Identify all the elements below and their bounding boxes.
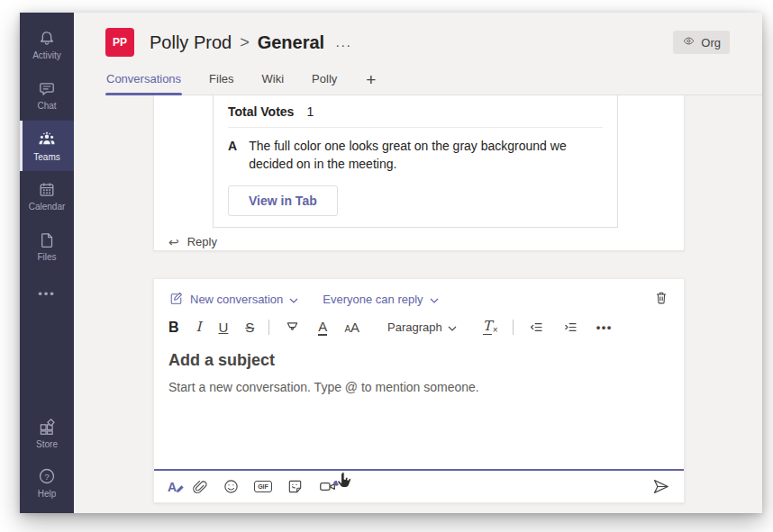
message-input[interactable]: Start a new conversation. Type @ to ment… [168,380,669,394]
channel-header: PP Polly Prod > General ··· Org [74,13,762,57]
teams-app-window: Activity Chat Teams Calendar Files ••• S… [20,13,762,513]
org-badge[interactable]: Org [673,31,730,54]
chevron-down-icon [448,320,457,334]
sidebar-item-activity[interactable]: Activity [20,20,74,70]
comment-row: A The full color one looks great on the … [228,137,603,174]
org-badge-label: Org [701,36,721,50]
view-in-tab-button[interactable]: View in Tab [228,185,338,216]
sidebar-item-label: Activity [32,50,61,60]
clear-formatting-button[interactable]: T× [483,320,498,335]
conversation-content: Total Votes 1 A The full color one looks… [74,95,762,513]
sidebar-more-button[interactable]: ••• [20,275,74,311]
tab-wiki[interactable]: Wiki [261,68,286,95]
reply-arrow-icon: ↩ [168,235,179,249]
font-color-button[interactable]: A [318,320,327,336]
comment-text: The full color one looks great on the gr… [249,137,603,174]
attach-icon[interactable] [191,478,208,495]
team-name: Polly Prod [150,32,232,53]
app-rail: Activity Chat Teams Calendar Files ••• S… [20,13,74,513]
highlighter-button[interactable] [284,319,301,336]
discard-draft-button[interactable] [653,290,669,309]
total-votes-value: 1 [306,104,314,119]
subject-input[interactable]: Add a subject [168,351,669,370]
channel-more-button[interactable]: ··· [335,33,351,52]
main-panel: PP Polly Prod > General ··· Org Conversa… [74,13,762,513]
channel-title: Polly Prod > General [150,32,324,53]
bell-icon [38,30,56,48]
underline-button[interactable]: U [219,320,229,334]
reply-permission-label: Everyone can reply [323,293,423,306]
sidebar-item-store[interactable]: Store [20,407,74,457]
svg-text:?: ? [44,472,50,482]
sidebar-item-help[interactable]: ? Help [20,457,74,508]
reply-label: Reply [187,235,217,248]
total-votes-label: Total Votes [228,104,294,119]
italic-button[interactable]: I [196,320,202,334]
sidebar-item-teams[interactable]: Teams [20,121,74,171]
files-icon [38,231,56,249]
sidebar-item-chat[interactable]: Chat [20,70,74,121]
chevron-down-icon [430,293,439,306]
sidebar-item-label: Calendar [29,202,66,212]
emoji-icon[interactable] [223,478,240,495]
meet-now-icon[interactable] [318,477,337,496]
breadcrumb-separator: > [240,33,250,52]
teams-icon [37,130,57,149]
chevron-down-icon [289,293,298,306]
tab-files[interactable]: Files [208,68,234,95]
poll-divider [228,127,603,128]
poll-result-card: Total Votes 1 A The full color one looks… [213,95,618,228]
sidebar-item-label: Store [36,439,58,449]
compose-header: New conversation Everyone can reply [154,279,684,309]
tab-polly[interactable]: Polly [311,68,338,95]
channel-name: General [258,32,324,53]
team-avatar[interactable]: PP [105,28,134,57]
toolbar-more-button[interactable]: ••• [596,321,613,333]
toolbar-divider [513,320,514,335]
increase-indent-button[interactable] [562,319,579,336]
sidebar-item-label: Files [37,252,56,262]
tab-conversations[interactable]: Conversations [105,68,182,95]
message-thread-card: Total Votes 1 A The full color one looks… [153,95,685,251]
gif-icon[interactable]: GIF [254,481,272,492]
strikethrough-button[interactable]: S [245,320,254,334]
paragraph-style-dropdown[interactable]: Paragraph [387,320,457,334]
sidebar-item-label: Chat [37,101,56,111]
eye-icon [682,34,696,50]
trash-icon [653,290,669,309]
font-size-button[interactable]: AA [344,320,359,334]
reply-permission-dropdown[interactable]: Everyone can reply [323,293,438,306]
compose-icon [168,291,184,309]
send-button[interactable] [651,477,670,496]
compose-box: New conversation Everyone can reply B I … [153,278,685,503]
add-tab-button[interactable]: + [364,71,377,95]
conversation-mode-dropdown[interactable]: New conversation [168,291,298,309]
bold-button[interactable]: B [168,320,179,335]
sidebar-item-label: Teams [33,152,59,162]
ellipsis-icon: ••• [38,287,56,301]
channel-tabs: Conversations Files Wiki Polly + [105,68,762,95]
toolbar-divider [268,320,269,335]
sticker-icon[interactable] [286,478,304,495]
total-votes-row: Total Votes 1 [228,104,603,119]
decrease-indent-button[interactable] [528,319,545,336]
help-icon: ? [37,466,57,486]
compose-action-bar: A GIF [154,471,684,502]
sidebar-item-label: Help [38,489,57,499]
format-button[interactable]: A [168,480,177,494]
compose-spacer [154,394,684,469]
conversation-mode-label: New conversation [190,293,283,306]
format-toolbar: B I U S A AA Paragraph T× •• [154,309,684,336]
rail-spacer [20,311,74,407]
store-icon [37,416,58,437]
chat-icon [38,80,56,98]
calendar-icon [38,181,56,199]
comment-author-initial: A [228,137,237,174]
sidebar-item-calendar[interactable]: Calendar [20,171,74,221]
reply-button[interactable]: ↩ Reply [154,228,684,259]
paragraph-label: Paragraph [387,320,442,334]
sidebar-item-files[interactable]: Files [20,221,74,272]
